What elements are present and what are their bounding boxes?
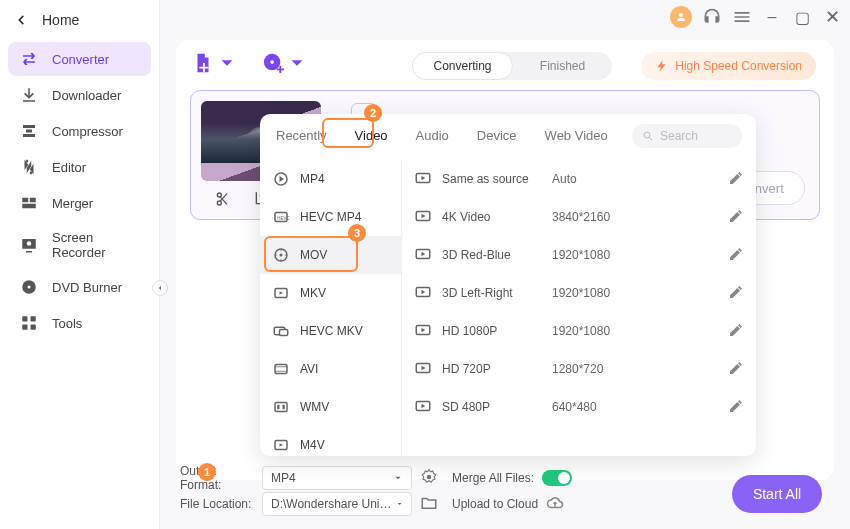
caret-down-icon	[393, 473, 403, 483]
preset-name: SD 480P	[442, 400, 552, 414]
sidebar-item-tools[interactable]: Tools	[8, 306, 151, 340]
sidebar-item-merger[interactable]: Merger	[8, 186, 151, 220]
open-folder-icon[interactable]	[420, 494, 438, 515]
preset-edit-icon[interactable]	[728, 170, 744, 189]
format-label: MKV	[300, 286, 326, 300]
cloud-icon[interactable]	[546, 494, 564, 515]
preset-play-icon	[414, 169, 432, 190]
add-dvd-button[interactable]	[262, 52, 308, 74]
preset-row[interactable]: 4K Video3840*2160	[402, 198, 756, 236]
window-maximize[interactable]: ▢	[792, 8, 812, 27]
format-label: WMV	[300, 400, 329, 414]
format-row-hevc-mkv[interactable]: HEVC MKV	[260, 312, 401, 350]
preset-play-icon	[414, 397, 432, 418]
file-location-label: File Location:	[176, 497, 254, 511]
format-label: M4V	[300, 438, 325, 452]
search-placeholder: Search	[660, 129, 698, 143]
preset-res: Auto	[552, 172, 652, 186]
window-close[interactable]: ✕	[822, 6, 842, 28]
preset-row[interactable]: HD 720P1280*720	[402, 350, 756, 388]
sidebar-item-label: Compressor	[52, 124, 123, 139]
tab-device[interactable]: Device	[471, 124, 523, 147]
step-highlight-tab	[322, 118, 374, 148]
high-speed-conversion[interactable]: High Speed Conversion	[641, 52, 816, 80]
svg-point-3	[28, 286, 31, 289]
preset-name: 3D Left-Right	[442, 286, 552, 300]
sidebar: Home Converter Downloader Compressor Edi…	[0, 0, 160, 529]
preset-edit-icon[interactable]	[728, 284, 744, 303]
svg-rect-6	[22, 325, 27, 330]
format-row-wmv[interactable]: WMV	[260, 388, 401, 426]
file-location-dropdown[interactable]: D:\Wondershare UniConverter 1	[262, 492, 412, 516]
seg-finished[interactable]: Finished	[513, 52, 612, 80]
merge-toggle[interactable]	[542, 470, 572, 486]
preset-play-icon	[414, 245, 432, 266]
upload-label: Upload to Cloud	[452, 497, 538, 511]
preset-res: 3840*2160	[552, 210, 652, 224]
preset-row[interactable]: HD 1080P1920*1080	[402, 312, 756, 350]
tab-web-video[interactable]: Web Video	[539, 124, 614, 147]
sidebar-item-converter[interactable]: Converter	[8, 42, 151, 76]
sidebar-item-editor[interactable]: Editor	[8, 150, 151, 184]
sidebar-item-dvd-burner[interactable]: DVD Burner	[8, 270, 151, 304]
output-format-dropdown[interactable]: MP4	[262, 466, 412, 490]
window-minimize[interactable]: –	[762, 8, 782, 26]
dvd-icon	[20, 278, 38, 296]
preset-list: Same as sourceAuto4K Video3840*21603D Re…	[402, 160, 756, 456]
preset-play-icon	[414, 207, 432, 228]
preset-row[interactable]: 3D Left-Right1920*1080	[402, 274, 756, 312]
file-location-value: D:\Wondershare UniConverter 1	[271, 497, 396, 511]
preset-edit-icon[interactable]	[728, 360, 744, 379]
preset-name: 4K Video	[442, 210, 552, 224]
user-avatar[interactable]	[670, 6, 692, 28]
editor-icon	[20, 158, 38, 176]
search-icon	[642, 130, 654, 142]
format-row-mkv[interactable]: MKV	[260, 274, 401, 312]
format-row-mp4[interactable]: MP4	[260, 160, 401, 198]
preset-res: 1920*1080	[552, 248, 652, 262]
trim-icon[interactable]	[213, 191, 229, 207]
svg-rect-11	[279, 66, 281, 73]
preset-edit-icon[interactable]	[728, 322, 744, 341]
tools-icon	[20, 314, 38, 332]
preset-edit-icon[interactable]	[728, 246, 744, 265]
preset-play-icon	[414, 321, 432, 342]
merge-label: Merge All Files:	[452, 471, 534, 485]
sidebar-item-compressor[interactable]: Compressor	[8, 114, 151, 148]
format-icon	[272, 398, 290, 416]
format-search[interactable]: Search	[632, 124, 742, 148]
preset-play-icon	[414, 283, 432, 304]
preset-name: HD 720P	[442, 362, 552, 376]
tab-audio[interactable]: Audio	[410, 124, 455, 147]
file-add-icon	[192, 52, 214, 74]
step-highlight-format	[264, 236, 358, 272]
preset-play-icon	[414, 359, 432, 380]
format-row-avi[interactable]: AVI	[260, 350, 401, 388]
preset-row[interactable]: Same as sourceAuto	[402, 160, 756, 198]
compress-icon	[20, 122, 38, 140]
sidebar-item-screen-recorder[interactable]: Screen Recorder	[8, 222, 151, 268]
preset-edit-icon[interactable]	[728, 208, 744, 227]
format-label: MP4	[300, 172, 325, 186]
start-all-button[interactable]: Start All	[732, 475, 822, 513]
svg-rect-25	[275, 403, 287, 412]
format-row-hevc-mp4[interactable]: HEVCHEVC MP4	[260, 198, 401, 236]
preset-edit-icon[interactable]	[728, 398, 744, 417]
download-icon	[20, 86, 38, 104]
sidebar-home[interactable]: Home	[0, 6, 159, 40]
add-file-button[interactable]	[192, 52, 238, 74]
preset-row[interactable]: SD 480P640*480	[402, 388, 756, 426]
format-row-m4v[interactable]: M4V	[260, 426, 401, 456]
settings-icon[interactable]	[420, 468, 438, 489]
sidebar-collapse[interactable]	[152, 280, 168, 296]
preset-row[interactable]: 3D Red-Blue1920*1080	[402, 236, 756, 274]
seg-converting[interactable]: Converting	[412, 52, 513, 80]
preset-res: 1280*720	[552, 362, 652, 376]
headset-icon[interactable]	[702, 7, 722, 27]
disc-add-icon	[262, 52, 284, 74]
screenrec-icon	[20, 236, 38, 254]
sidebar-item-label: Downloader	[52, 88, 121, 103]
sidebar-item-label: Screen Recorder	[52, 230, 139, 260]
sidebar-item-downloader[interactable]: Downloader	[8, 78, 151, 112]
menu-icon[interactable]	[732, 7, 752, 27]
